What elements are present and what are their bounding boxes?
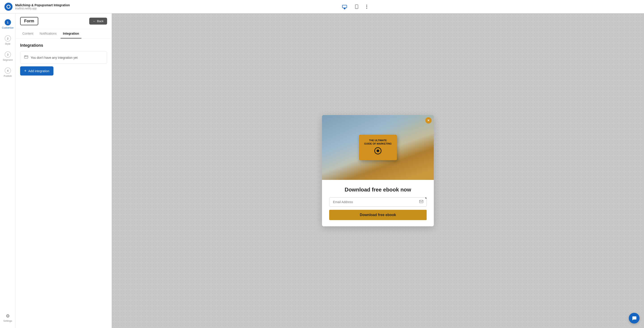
sidebar-label-publish: Publish bbox=[4, 75, 12, 77]
popup-body: Download free ebook now Download free eb… bbox=[322, 180, 434, 226]
close-icon: × bbox=[427, 118, 429, 122]
svg-point-3 bbox=[366, 5, 367, 5]
add-integration-label: Add integration bbox=[28, 69, 50, 73]
tab-content[interactable]: Content bbox=[20, 29, 36, 38]
add-integration-button[interactable]: + Add integration bbox=[20, 66, 54, 75]
desktop-icon bbox=[342, 5, 347, 8]
back-arrow: ← bbox=[93, 19, 96, 23]
svg-rect-0 bbox=[342, 5, 347, 8]
gear-icon: ⚙ bbox=[6, 313, 10, 319]
popup-input-row bbox=[329, 197, 427, 207]
popup-image: THE ULTIMATE GUIDE OF MARKETING × bbox=[322, 115, 434, 180]
back-label: Back bbox=[97, 19, 104, 23]
step-circle-2: 2 bbox=[5, 35, 11, 41]
panel-header: Form ← Back bbox=[16, 13, 112, 29]
preview-area: THE ULTIMATE GUIDE OF MARKETING × Downlo… bbox=[112, 13, 644, 328]
sidebar-label-settings: Settings bbox=[3, 320, 12, 322]
mobile-icon bbox=[355, 4, 358, 9]
desktop-view-button[interactable] bbox=[341, 3, 348, 10]
tab-notifications[interactable]: Notifications bbox=[37, 29, 59, 38]
book-line2: GUIDE OF MARKETING bbox=[364, 142, 392, 145]
chat-icon bbox=[632, 316, 637, 321]
sidebar-label-customize: Customize bbox=[2, 26, 14, 29]
step-circle-3: 3 bbox=[5, 51, 11, 58]
svg-point-4 bbox=[366, 6, 367, 7]
more-options-button[interactable] bbox=[365, 3, 368, 10]
svg-rect-6 bbox=[24, 56, 28, 58]
add-icon: + bbox=[24, 69, 26, 73]
sidebar-label-style: Style bbox=[5, 42, 10, 45]
section-title: Integrations bbox=[20, 43, 107, 48]
topbar: Mailchimp & Popupsmart Integration trial… bbox=[0, 0, 644, 13]
svg-point-8 bbox=[26, 56, 26, 56]
sidebar-item-customize[interactable]: 1 Customize bbox=[2, 17, 14, 31]
panel: Form ← Back Content Notifications Integr… bbox=[16, 13, 112, 328]
sidebar-item-publish[interactable]: 4 Publish bbox=[2, 65, 14, 79]
book-logo bbox=[374, 147, 382, 154]
popup-heading: Download free ebook now bbox=[329, 187, 427, 193]
app-logo-inner bbox=[6, 5, 10, 9]
svg-point-2 bbox=[356, 8, 357, 8]
integration-empty-icon bbox=[24, 55, 28, 60]
back-button[interactable]: ← Back bbox=[89, 18, 107, 24]
topbar-left: Mailchimp & Popupsmart Integration trial… bbox=[4, 3, 70, 11]
integration-empty-text: You don't have any integration yet bbox=[31, 56, 78, 59]
sidebar-item-style[interactable]: 2 Style bbox=[2, 33, 14, 47]
integration-empty-state: You don't have any integration yet bbox=[20, 51, 107, 64]
sidebar-item-segment[interactable]: 3 Segment bbox=[2, 49, 14, 63]
sidebar: 1 Customize 2 Style 3 Segment 4 Publish … bbox=[0, 13, 16, 328]
mobile-view-button[interactable] bbox=[354, 3, 360, 10]
step-circle-4: 4 bbox=[5, 67, 11, 74]
book-line1: THE ULTIMATE bbox=[364, 139, 392, 142]
popup-container: THE ULTIMATE GUIDE OF MARKETING × Downlo… bbox=[322, 115, 434, 226]
tabs: Content Notifications Integration bbox=[16, 29, 112, 39]
svg-point-5 bbox=[366, 8, 367, 9]
email-input[interactable] bbox=[330, 198, 416, 206]
panel-content: Integrations You don't have any integrat… bbox=[16, 39, 112, 80]
email-icon bbox=[416, 198, 426, 206]
tab-integration[interactable]: Integration bbox=[60, 29, 81, 38]
popup-cta-label: Download free ebook bbox=[360, 213, 396, 217]
sidebar-label-segment: Segment bbox=[3, 58, 12, 61]
topbar-center bbox=[341, 3, 368, 10]
app-logo bbox=[4, 3, 12, 11]
step-circle-1: 1 bbox=[5, 19, 11, 25]
topbar-subtitle: trialfirst.netlify.app bbox=[15, 7, 70, 10]
popup-close-button[interactable]: × bbox=[425, 117, 432, 124]
main-layout: 1 Customize 2 Style 3 Segment 4 Publish … bbox=[0, 13, 644, 328]
svg-point-7 bbox=[25, 56, 26, 56]
svg-rect-9 bbox=[420, 200, 423, 203]
sidebar-settings[interactable]: ⚙ Settings bbox=[2, 311, 14, 325]
popup-cta-button[interactable]: Download free ebook bbox=[329, 210, 427, 220]
topbar-title-group: Mailchimp & Popupsmart Integration trial… bbox=[15, 3, 70, 10]
chat-bubble[interactable] bbox=[629, 313, 640, 324]
panel-title: Form bbox=[20, 17, 38, 25]
topbar-title: Mailchimp & Popupsmart Integration bbox=[15, 3, 70, 7]
more-icon bbox=[366, 5, 367, 9]
